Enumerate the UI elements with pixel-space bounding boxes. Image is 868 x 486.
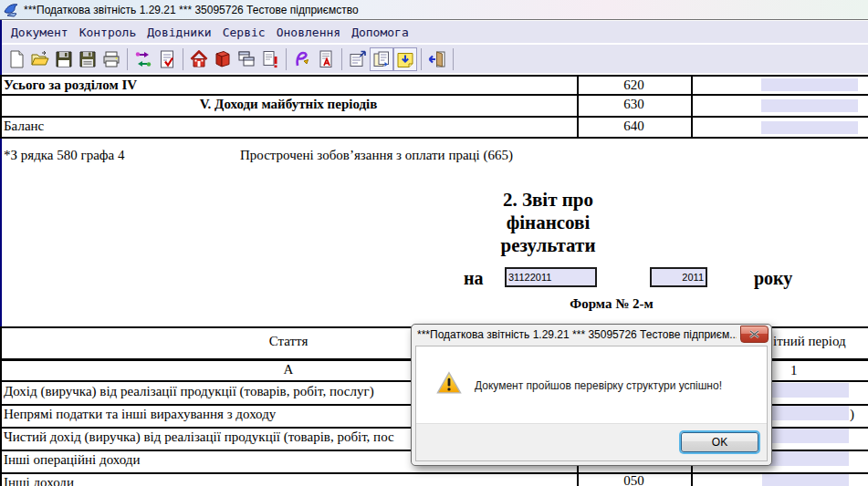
value-field[interactable] bbox=[762, 474, 849, 486]
document-print-form-icon bbox=[317, 50, 335, 68]
open-button[interactable] bbox=[28, 47, 52, 71]
menu-control[interactable]: Контроль bbox=[74, 23, 142, 42]
row-label: Інші операційні доходи bbox=[4, 452, 140, 468]
footnote-middle: Прострочені зобов’язання з оплати праці … bbox=[240, 148, 513, 163]
table-line bbox=[0, 94, 868, 96]
reference-book-icon bbox=[214, 50, 232, 68]
row-label: Непрямі податки та інші вирахування з до… bbox=[4, 407, 276, 422]
menu-help[interactable]: Допомога bbox=[346, 23, 414, 42]
print-button[interactable] bbox=[99, 47, 123, 71]
menu-service[interactable]: Сервіс bbox=[217, 23, 271, 42]
print-icon bbox=[102, 50, 120, 68]
year-label: року bbox=[754, 268, 792, 289]
check-structure-icon bbox=[158, 50, 176, 68]
save-as-icon bbox=[78, 50, 97, 68]
report-year-input[interactable] bbox=[650, 267, 707, 287]
row-code: 050 bbox=[577, 473, 691, 486]
import-export-button[interactable] bbox=[131, 47, 155, 71]
value-field[interactable] bbox=[762, 406, 849, 420]
toolbar bbox=[2, 45, 868, 73]
exit-icon bbox=[428, 50, 446, 68]
linked-documents-button[interactable] bbox=[370, 47, 393, 71]
value-field[interactable] bbox=[762, 383, 849, 398]
dialog-body: Документ пройшов перевірку структури усп… bbox=[415, 346, 768, 461]
report-date-input[interactable] bbox=[505, 267, 597, 287]
message-dialog: ***Податкова звітність 1.29.21 *** 35095… bbox=[411, 324, 772, 466]
toolbar-separator bbox=[421, 48, 422, 70]
row-label: Баланс bbox=[4, 119, 44, 134]
row-label: Інші доходи bbox=[4, 475, 74, 486]
close-paren: ) bbox=[850, 407, 854, 422]
signature-button[interactable] bbox=[290, 47, 314, 71]
row-label: Чистий дохід (виручка) від реалізації пр… bbox=[4, 429, 394, 445]
value-field[interactable] bbox=[762, 429, 849, 443]
value-field[interactable] bbox=[761, 99, 858, 112]
on-label: на bbox=[464, 268, 484, 289]
row-code: 620 bbox=[577, 78, 691, 93]
properties-icon bbox=[349, 50, 367, 68]
table-line bbox=[0, 326, 2, 486]
import-export-icon bbox=[134, 50, 152, 68]
toolbar-separator bbox=[286, 48, 287, 70]
toolbar-separator bbox=[183, 48, 183, 70]
index-period: 1 bbox=[790, 363, 798, 378]
document-alert-icon bbox=[261, 50, 279, 68]
home-icon bbox=[190, 50, 208, 68]
new-document-icon bbox=[7, 50, 26, 68]
value-field[interactable] bbox=[761, 78, 858, 91]
table-line bbox=[0, 75, 868, 77]
table-line bbox=[0, 116, 868, 118]
table-line bbox=[0, 472, 868, 474]
footnote-left: *З рядка 580 графа 4 bbox=[4, 148, 124, 163]
row-code: 640 bbox=[577, 119, 691, 134]
document-print-form-button[interactable] bbox=[314, 47, 338, 71]
notes-icon bbox=[396, 50, 414, 68]
check-structure-button[interactable] bbox=[155, 47, 179, 71]
ok-button[interactable]: OK bbox=[681, 432, 758, 452]
save-button[interactable] bbox=[52, 47, 76, 71]
row-label: Усього за розділом IV bbox=[4, 78, 137, 93]
signature-icon bbox=[293, 50, 311, 68]
app-icon bbox=[4, 3, 18, 17]
value-field[interactable] bbox=[761, 121, 858, 134]
dialog-title: ***Податкова звітність 1.29.21 *** 35095… bbox=[417, 328, 737, 344]
toolbar-separator bbox=[453, 48, 454, 70]
application-window: ***Податкова звітність 1.29.21 *** 35095… bbox=[0, 0, 868, 486]
new-document-button[interactable] bbox=[5, 47, 28, 71]
window-title: ***Податкова звітність 1.29.21 *** 35095… bbox=[24, 4, 359, 16]
linked-documents-icon bbox=[372, 50, 391, 68]
row-code: 630 bbox=[577, 97, 691, 112]
properties-button[interactable] bbox=[346, 47, 370, 71]
reference-book-button[interactable] bbox=[211, 47, 235, 71]
copy-windows-button[interactable] bbox=[235, 47, 258, 71]
menu-bar: Документ Контроль Довідники Сервіс Оновл… bbox=[2, 21, 868, 44]
menu-update[interactable]: Оновлення bbox=[271, 23, 346, 42]
copy-windows-icon bbox=[237, 50, 256, 68]
menu-directories[interactable]: Довідники bbox=[141, 23, 216, 42]
dialog-close-button[interactable] bbox=[740, 326, 769, 343]
save-as-button[interactable] bbox=[76, 47, 99, 71]
column-header-period: ітний період bbox=[773, 334, 846, 349]
exit-button[interactable] bbox=[425, 47, 449, 71]
report-title: 2. Звіт про фінансові результати bbox=[468, 189, 628, 257]
table-line bbox=[0, 137, 868, 139]
warning-icon bbox=[436, 371, 462, 398]
table-line bbox=[691, 75, 693, 139]
row-label: Дохід (виручка) від реалізації продукції… bbox=[4, 384, 374, 399]
open-folder-icon bbox=[31, 50, 49, 68]
toolbar-separator bbox=[341, 48, 342, 70]
save-icon bbox=[55, 50, 73, 68]
close-icon bbox=[749, 330, 759, 338]
dialog-footer: OK bbox=[416, 423, 767, 460]
menu-document[interactable]: Документ bbox=[5, 23, 74, 42]
section-header: V. Доходи майбутніх періодів bbox=[0, 97, 577, 112]
document-alert-button[interactable] bbox=[258, 47, 282, 71]
home-button[interactable] bbox=[187, 47, 211, 71]
window-titlebar: ***Податкова звітність 1.29.21 *** 35095… bbox=[0, 0, 868, 20]
notes-button[interactable] bbox=[393, 47, 417, 71]
dialog-message: Документ пройшов перевірку структури усп… bbox=[475, 379, 722, 392]
value-field[interactable] bbox=[762, 451, 849, 466]
form-number-label: Форма № 2-м bbox=[539, 296, 685, 312]
toolbar-separator bbox=[127, 48, 128, 70]
